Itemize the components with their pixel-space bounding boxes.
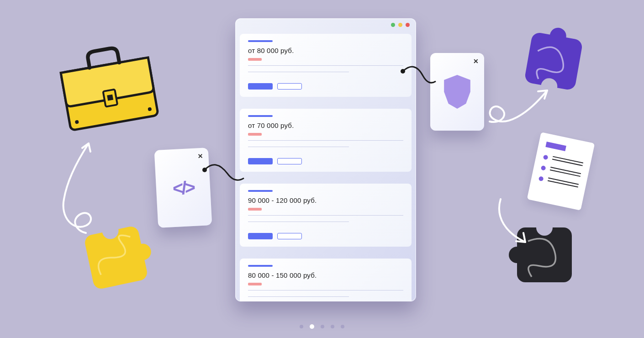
pagination-dots[interactable] [300, 325, 344, 329]
salary-text: от 80 000 руб. [248, 47, 403, 54]
company-badge [248, 133, 262, 136]
arrow-right-down [492, 195, 547, 250]
close-icon[interactable]: ✕ [473, 58, 479, 65]
window-controls [391, 23, 410, 27]
job-card[interactable]: 80 000 - 150 000 руб. [240, 259, 412, 301]
arrow-right-up [486, 78, 559, 132]
apply-button[interactable] [248, 158, 273, 164]
window-minimize-icon[interactable] [391, 23, 395, 27]
job-card[interactable]: 90 000 - 120 000 руб. [240, 184, 412, 247]
details-button[interactable] [277, 83, 302, 90]
close-icon[interactable]: ✕ [197, 153, 203, 160]
pagination-dot[interactable] [331, 325, 334, 328]
job-title-placeholder [248, 265, 273, 267]
pagination-dot[interactable] [310, 324, 314, 329]
arrow-left [53, 132, 112, 241]
description-placeholder [248, 140, 403, 152]
job-title-placeholder [248, 40, 273, 42]
connector-code [202, 160, 248, 187]
job-title-placeholder [248, 190, 273, 192]
window-close-icon[interactable] [406, 23, 410, 27]
details-button[interactable] [277, 158, 302, 164]
svg-rect-4 [107, 95, 113, 101]
apply-button[interactable] [248, 233, 273, 239]
code-icon: </> [172, 177, 194, 198]
job-listings-window: от 80 000 руб. от 70 000 руб. 90 000 - 1… [235, 18, 416, 301]
salary-text: от 70 000 руб. [248, 121, 403, 129]
company-badge [248, 283, 262, 285]
briefcase-icon [54, 38, 163, 136]
pagination-dot[interactable] [300, 325, 303, 328]
description-placeholder [248, 65, 403, 77]
connector-shield [398, 63, 439, 90]
job-card[interactable]: от 70 000 руб. [240, 109, 412, 172]
job-card[interactable]: от 80 000 руб. [240, 34, 412, 97]
window-zoom-icon[interactable] [398, 23, 402, 27]
salary-text: 90 000 - 120 000 руб. [248, 196, 403, 204]
shield-icon [443, 75, 472, 109]
pagination-dot[interactable] [321, 325, 324, 328]
company-badge [248, 208, 262, 211]
pagination-dot[interactable] [341, 325, 344, 328]
apply-button[interactable] [248, 83, 273, 90]
details-button[interactable] [277, 233, 302, 239]
company-badge [248, 58, 262, 61]
salary-text: 80 000 - 150 000 руб. [248, 271, 403, 279]
description-placeholder [248, 215, 403, 227]
job-title-placeholder [248, 115, 273, 117]
description-placeholder [248, 290, 403, 301]
